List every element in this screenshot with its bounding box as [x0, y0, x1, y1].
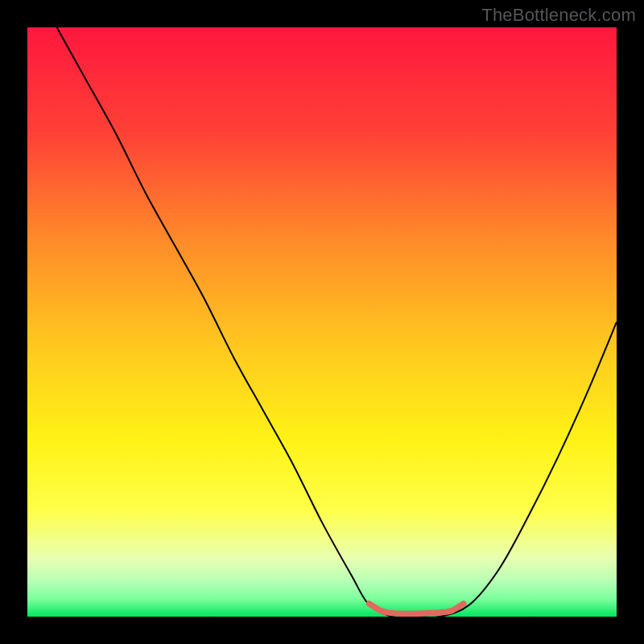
- bottleneck-chart: [27, 27, 617, 617]
- chart-background: [27, 27, 617, 617]
- chart-frame: [27, 27, 617, 617]
- watermark-label: TheBottleneck.com: [481, 5, 636, 26]
